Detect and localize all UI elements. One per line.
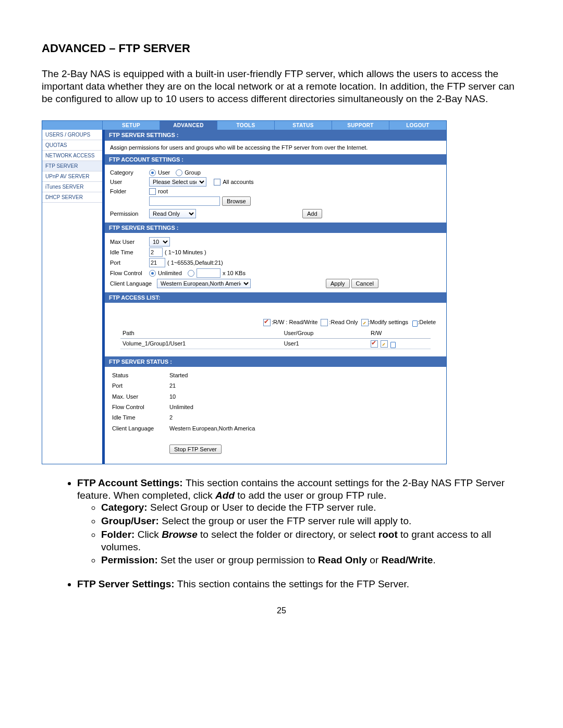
slab-idle: Idle Time (112, 414, 169, 421)
table-row: Volume_1/Group1/User1 User1 (120, 338, 431, 349)
label-port: Port (110, 259, 149, 266)
sidebar-item-quotas[interactable]: QUOTAS (42, 140, 102, 151)
nas-admin-screenshot: SETUP ADVANCED TOOLS STATUS SUPPORT LOGO… (42, 120, 447, 464)
label-lang: Client Language (110, 280, 157, 287)
sval-lang: Western European,North America (169, 425, 255, 432)
label-unlimited: Unlimited (158, 269, 182, 277)
sidebar-item-upnp-av[interactable]: UPnP AV SERVER (42, 171, 102, 182)
th-user: User/Group (282, 328, 369, 338)
port-hint: ( 1~65535,Default:21) (167, 259, 223, 266)
account-body: Category User Group User Please Select u… (105, 165, 446, 223)
slab-lang: Client Language (112, 425, 169, 432)
browse-button[interactable]: Browse (222, 196, 251, 206)
th-rw: R/W (369, 328, 431, 338)
note-group-user: Group/User: Select the group or user the… (101, 515, 521, 527)
panel-head-server2: FTP SERVER SETTINGS : (105, 223, 446, 233)
checkbox-root[interactable] (149, 188, 156, 195)
label-permission: Permission (110, 210, 149, 217)
cell-path: Volume_1/Group1/User1 (120, 338, 282, 349)
sidebar-item-users-groups[interactable]: USERS / GROUPS (42, 130, 102, 140)
panel-head-access: FTP ACCESS LIST: (105, 292, 446, 303)
note-permission: Permission: Set the user or group permis… (101, 554, 521, 566)
checkbox-all-accounts[interactable] (214, 179, 221, 186)
input-flow-value[interactable] (197, 268, 221, 278)
radio-group[interactable] (176, 169, 182, 176)
legend-delete-icon (411, 319, 418, 326)
page-title: ADVANCED – FTP SERVER (42, 42, 521, 55)
radio-limited[interactable] (188, 270, 194, 277)
select-permission[interactable]: Read Only (149, 209, 196, 218)
select-max-user[interactable]: 10 (149, 237, 170, 246)
intro-paragraph: The 2-Bay NAS is equipped with a built-i… (42, 68, 521, 105)
tab-spacer (42, 121, 102, 130)
legend-rw-text: :R/W : Read/Write (272, 319, 317, 325)
label-all-accounts: All accounts (223, 178, 253, 186)
note-server-settings: FTP Server Settings: This section contai… (77, 578, 521, 590)
status-body: StatusStarted Port21 Max. User10 Flow Co… (105, 367, 446, 459)
page-number: 25 (42, 606, 521, 615)
cancel-button[interactable]: Cancel (351, 279, 378, 288)
settings-desc: Assign permissions for users and groups … (105, 141, 446, 154)
legend-modify-text: :Modify settings (369, 319, 408, 325)
tab-tools[interactable]: TOOLS (217, 121, 274, 130)
stop-ftp-button[interactable]: Stop FTP Server (169, 445, 222, 454)
tab-support[interactable]: SUPPORT (332, 121, 389, 130)
label-idle: Idle Time (110, 249, 149, 256)
legend-rw-icon (263, 319, 271, 326)
radio-user[interactable] (149, 169, 156, 176)
tab-advanced[interactable]: ADVANCED (160, 121, 217, 130)
slab-max: Max. User (112, 393, 169, 400)
radio-group-label: Group (185, 169, 201, 176)
apply-button[interactable]: Apply (326, 279, 350, 288)
panel-head-status: FTP SERVER STATUS : (105, 356, 446, 367)
tab-setup[interactable]: SETUP (102, 121, 160, 130)
note-account-settings: FTP Account Settings: This section conta… (77, 477, 521, 566)
access-body: :R/W : Read/Write :Read Only :Modify set… (105, 303, 446, 349)
server-body: Max User 10 Idle Time ( 1~10 Minutes ) P… (105, 233, 446, 292)
tab-status[interactable]: STATUS (274, 121, 332, 130)
sidebar-item-ftp-server[interactable]: FTP SERVER (42, 161, 102, 171)
top-tabs: SETUP ADVANCED TOOLS STATUS SUPPORT LOGO… (42, 121, 446, 130)
sval-port: 21 (169, 382, 176, 389)
legend-ro-text: :Read Only (329, 319, 358, 325)
tab-logout[interactable]: LOGOUT (389, 121, 446, 130)
sval-status: Started (169, 372, 188, 379)
input-folder-path[interactable] (149, 196, 220, 206)
note-category: Category: Select Group or User to decide… (101, 501, 521, 514)
input-idle[interactable] (149, 248, 163, 257)
label-folder: Folder (110, 188, 149, 195)
flow-unit: x 10 KBs (223, 269, 246, 277)
input-port[interactable] (149, 258, 165, 267)
row-delete-icon[interactable] (389, 341, 396, 347)
label-flow: Flow Control (110, 269, 149, 277)
legend-modify-icon (361, 319, 369, 326)
panel-head-account: FTP ACCOUNT SETTINGS : (105, 154, 446, 165)
row-rw-icon[interactable] (371, 340, 378, 348)
th-path: Path (120, 328, 282, 338)
access-legend: :R/W : Read/Write :Read Only :Modify set… (105, 303, 446, 328)
cell-actions (369, 338, 431, 349)
sval-flow: Unlimited (169, 403, 193, 411)
sval-max: 10 (169, 393, 176, 400)
add-button[interactable]: Add (302, 209, 322, 218)
panel-head-settings: FTP SERVER SETTINGS : (105, 130, 446, 140)
idle-hint: ( 1~10 Minutes ) (165, 249, 206, 256)
radio-user-label: User (158, 169, 170, 176)
access-table: Path User/Group R/W Volume_1/Group1/User… (120, 328, 431, 349)
sidebar: USERS / GROUPS QUOTAS NETWORK ACCESS FTP… (42, 130, 105, 464)
sidebar-item-itunes[interactable]: iTunes SERVER (42, 182, 102, 192)
sval-idle: 2 (169, 414, 173, 421)
row-modify-icon[interactable] (381, 340, 388, 348)
label-category: Category (110, 169, 149, 176)
sidebar-item-network-access[interactable]: NETWORK ACCESS (42, 151, 102, 161)
sidebar-item-dhcp[interactable]: DHCP SERVER (42, 192, 102, 203)
select-user[interactable]: Please Select user... (149, 177, 206, 187)
label-max-user: Max User (110, 238, 149, 245)
radio-unlimited[interactable] (149, 270, 156, 277)
legend-delete-text: :Delete (418, 319, 436, 325)
slab-port: Port (112, 382, 169, 389)
label-root: root (158, 188, 168, 195)
legend-ro-icon (321, 319, 328, 326)
select-lang[interactable]: Western European,North America (157, 279, 251, 288)
cell-user: User1 (282, 338, 369, 349)
